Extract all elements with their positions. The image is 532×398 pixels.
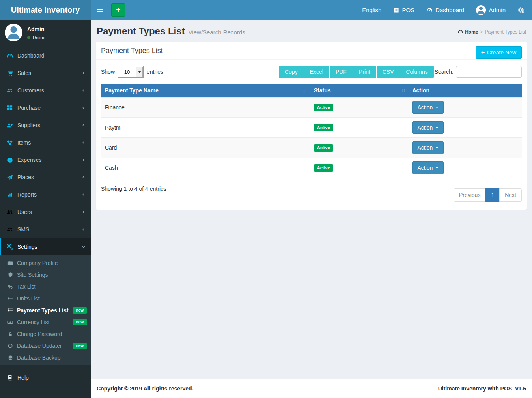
brand-logo[interactable]: Ultimate Inventory [0,0,91,20]
sidebar-item-sms[interactable]: SMS [0,221,91,238]
caret-down-icon [435,147,439,148]
breadcrumb-current: Payment Types List [485,29,526,35]
pdf-button[interactable]: PDF [329,66,353,78]
sidebar-item-users[interactable]: Users [0,203,91,221]
sidebar-item-purchase[interactable]: Purchase [0,99,91,116]
sidebar-user-name: Admin [27,26,45,32]
previous-page-button[interactable]: Previous [454,188,486,202]
entries-label: entries [147,69,163,75]
page-length-select[interactable]: 10 [118,66,144,78]
page-subtitle: View/Search Records [189,29,245,36]
sidebar-item-customers[interactable]: Customers [0,82,91,99]
payment-type-name-cell: Card [101,138,310,158]
print-button[interactable]: Print [353,66,376,78]
sidebar-item-places[interactable]: Places [0,169,91,186]
submenu-item-payment-types-list[interactable]: Payment Types List new [0,304,91,316]
chevron-left-icon [81,175,86,180]
action-dropdown-button[interactable]: Action [412,101,444,114]
submenu-item-database-backup[interactable]: Database Backup [0,352,91,364]
tachometer-icon [426,7,433,13]
column-header-action: Action [408,84,522,98]
version-text: Ultimate Inventory with POS -v1.5 [438,385,526,392]
sidebar-toggle-button[interactable] [91,0,109,20]
page-length-control: Show 10 entries [101,66,163,78]
navbar-right: English POS [356,0,532,20]
new-badge: new [73,307,87,314]
sidebar-item-suppliers[interactable]: Suppliers [0,116,91,134]
user-menu[interactable]: Admin [470,0,511,20]
minus-circle-icon [6,157,14,163]
sidebar-user-panel: Admin Online [0,20,91,47]
caret-down-icon [435,167,439,169]
paper-plane-icon [6,175,14,180]
table-row: Finance Active Action [101,98,522,118]
search-input[interactable] [456,66,522,78]
chevron-left-icon [81,123,86,128]
content-spacer [91,210,532,379]
sidebar-item-reports[interactable]: Reports [0,186,91,203]
lock-icon [6,332,14,337]
submenu-item-company-profile[interactable]: Company Profile [0,257,91,269]
submenu-item-database-updater[interactable]: Database Updater new [0,340,91,352]
cubes-icon [6,140,14,146]
settings-gear-menu[interactable] [511,0,532,20]
circle-outline-icon [6,343,14,349]
select-arrow-icon [136,67,143,77]
content-header: Payment Types List View/Search Records H… [91,20,532,42]
action-dropdown-button[interactable]: Action [412,121,444,134]
status-badge: Active [314,124,333,131]
status-badge: Active [314,164,333,172]
table-row: Cash Active Action [101,158,522,178]
page-length-value: 10 [118,69,136,75]
dashboard-link[interactable]: Dashboard [420,0,470,20]
bar-chart-icon [6,192,14,198]
submenu-item-units-list[interactable]: Units List [0,293,91,304]
dashboard-label: Dashboard [435,7,464,13]
copy-button[interactable]: Copy [279,66,304,78]
list-icon [6,296,14,301]
quick-add-button[interactable]: + [111,3,125,17]
sidebar-item-help[interactable]: Help [0,369,91,387]
chevron-left-icon [81,88,86,93]
column-header-status[interactable]: Status ↓↑ [310,84,408,98]
sidebar-item-items[interactable]: Items [0,134,91,151]
submenu-item-currency-list[interactable]: Currency List new [0,316,91,328]
submenu-item-change-password[interactable]: Change Password [0,328,91,340]
table-footer: Showing 1 to 4 of 4 entries Previous 1 N… [101,184,522,202]
submenu-item-site-settings[interactable]: Site Settings [0,269,91,281]
avatar [476,5,486,15]
table-info: Showing 1 to 4 of 4 entries [101,184,166,192]
sidebar-item-dashboard[interactable]: Dashboard [0,47,91,64]
breadcrumb-home-link[interactable]: Home [458,29,478,35]
columns-button[interactable]: Columns [400,66,434,78]
payment-type-name-cell: Paytm [101,118,310,138]
submenu-item-tax-list[interactable]: % Tax List [0,281,91,293]
status-badge: Active [314,104,333,111]
create-new-button[interactable]: + Create New [476,46,522,59]
plus-square-icon [393,7,399,13]
box-header: Payment Types List [96,42,527,60]
table-toolbar: Show 10 entries Copy Excel PDF Print CSV… [101,66,522,78]
cart-icon [6,70,14,76]
top-navbar: Ultimate Inventory + English POS [0,0,532,20]
sidebar-item-expenses[interactable]: Expenses [0,151,91,169]
column-header-payment-type-name[interactable]: Payment Type Name ↓↑ [101,84,310,98]
users-icon [6,88,14,94]
language-menu[interactable]: English [356,0,387,20]
action-dropdown-button[interactable]: Action [412,161,444,174]
chevron-left-icon [81,71,86,75]
shield-icon [6,272,14,278]
page-1-button[interactable]: 1 [485,188,500,202]
csv-button[interactable]: CSV [376,66,400,78]
pos-link[interactable]: POS [387,0,420,20]
next-page-button[interactable]: Next [499,188,522,202]
excel-button[interactable]: Excel [304,66,329,78]
sidebar-item-sales[interactable]: Sales [0,64,91,82]
money-icon [6,319,14,325]
sidebar-item-settings[interactable]: Settings [0,238,91,255]
chevron-left-icon [81,192,86,197]
chevron-left-icon [81,140,86,145]
sort-icon: ↓↑ [303,87,306,93]
online-dot-icon [27,36,30,39]
action-dropdown-button[interactable]: Action [412,141,444,154]
